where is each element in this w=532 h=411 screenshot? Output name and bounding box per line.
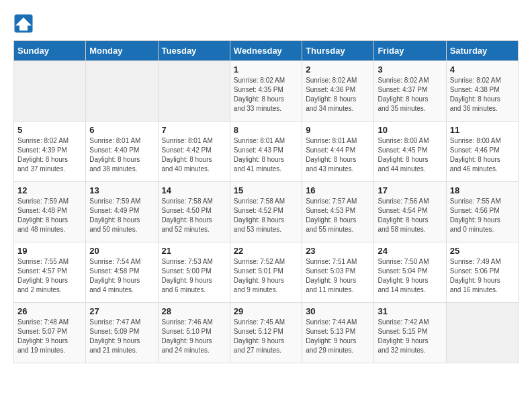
day-number: 27 bbox=[89, 306, 154, 316]
day-cell: 27Sunrise: 7:47 AM Sunset: 5:09 PM Dayli… bbox=[86, 303, 158, 363]
day-info: Sunrise: 7:55 AM Sunset: 4:56 PM Dayligh… bbox=[450, 197, 515, 234]
week-row-2: 5Sunrise: 8:02 AM Sunset: 4:39 PM Daylig… bbox=[14, 122, 519, 182]
day-number: 29 bbox=[234, 306, 298, 316]
day-number: 16 bbox=[306, 185, 370, 195]
day-number: 9 bbox=[306, 125, 370, 135]
day-info: Sunrise: 7:49 AM Sunset: 5:06 PM Dayligh… bbox=[450, 257, 515, 295]
day-cell: 28Sunrise: 7:46 AM Sunset: 5:10 PM Dayli… bbox=[158, 303, 230, 363]
day-number: 7 bbox=[162, 125, 226, 135]
day-number: 28 bbox=[162, 306, 226, 316]
day-info: Sunrise: 8:01 AM Sunset: 4:42 PM Dayligh… bbox=[162, 136, 226, 174]
day-number: 31 bbox=[378, 306, 442, 316]
day-cell: 2Sunrise: 8:02 AM Sunset: 4:36 PM Daylig… bbox=[302, 61, 374, 122]
day-cell: 11Sunrise: 8:00 AM Sunset: 4:46 PM Dayli… bbox=[446, 122, 518, 182]
day-number: 18 bbox=[450, 185, 515, 195]
day-cell: 1Sunrise: 8:02 AM Sunset: 4:35 PM Daylig… bbox=[230, 61, 302, 122]
day-number: 26 bbox=[17, 306, 82, 316]
day-number: 6 bbox=[89, 125, 154, 135]
day-cell: 16Sunrise: 7:57 AM Sunset: 4:53 PM Dayli… bbox=[302, 182, 374, 242]
day-cell bbox=[14, 61, 86, 122]
week-row-1: 1Sunrise: 8:02 AM Sunset: 4:35 PM Daylig… bbox=[14, 61, 519, 122]
logo bbox=[13, 13, 36, 34]
day-number: 13 bbox=[89, 185, 154, 195]
weekday-header-row: SundayMondayTuesdayWednesdayThursdayFrid… bbox=[14, 41, 519, 61]
day-cell: 31Sunrise: 7:42 AM Sunset: 5:15 PM Dayli… bbox=[374, 303, 446, 363]
day-number: 20 bbox=[89, 246, 154, 256]
day-cell: 14Sunrise: 7:58 AM Sunset: 4:50 PM Dayli… bbox=[158, 182, 230, 242]
day-cell: 9Sunrise: 8:01 AM Sunset: 4:44 PM Daylig… bbox=[302, 122, 374, 182]
day-cell: 13Sunrise: 7:59 AM Sunset: 4:49 PM Dayli… bbox=[86, 182, 158, 242]
day-number: 4 bbox=[450, 64, 515, 75]
day-info: Sunrise: 7:52 AM Sunset: 5:01 PM Dayligh… bbox=[234, 257, 298, 295]
day-number: 12 bbox=[17, 185, 82, 195]
day-cell: 22Sunrise: 7:52 AM Sunset: 5:01 PM Dayli… bbox=[230, 242, 302, 303]
day-info: Sunrise: 7:44 AM Sunset: 5:13 PM Dayligh… bbox=[306, 318, 370, 355]
day-number: 17 bbox=[378, 185, 442, 195]
day-cell: 23Sunrise: 7:51 AM Sunset: 5:03 PM Dayli… bbox=[302, 242, 374, 303]
day-cell: 20Sunrise: 7:54 AM Sunset: 4:58 PM Dayli… bbox=[86, 242, 158, 303]
day-cell: 21Sunrise: 7:53 AM Sunset: 5:00 PM Dayli… bbox=[158, 242, 230, 303]
day-number: 30 bbox=[306, 306, 370, 316]
day-number: 23 bbox=[306, 246, 370, 256]
day-cell bbox=[158, 61, 230, 122]
day-cell: 19Sunrise: 7:55 AM Sunset: 4:57 PM Dayli… bbox=[14, 242, 86, 303]
day-cell: 7Sunrise: 8:01 AM Sunset: 4:42 PM Daylig… bbox=[158, 122, 230, 182]
day-info: Sunrise: 7:53 AM Sunset: 5:00 PM Dayligh… bbox=[162, 257, 226, 295]
day-info: Sunrise: 8:00 AM Sunset: 4:45 PM Dayligh… bbox=[378, 136, 442, 174]
day-cell: 18Sunrise: 7:55 AM Sunset: 4:56 PM Dayli… bbox=[446, 182, 518, 242]
page-header bbox=[13, 13, 519, 34]
day-info: Sunrise: 7:58 AM Sunset: 4:50 PM Dayligh… bbox=[162, 197, 226, 234]
logo-icon bbox=[13, 13, 34, 34]
week-row-3: 12Sunrise: 7:59 AM Sunset: 4:48 PM Dayli… bbox=[14, 182, 519, 242]
day-info: Sunrise: 7:46 AM Sunset: 5:10 PM Dayligh… bbox=[162, 318, 226, 355]
day-cell: 30Sunrise: 7:44 AM Sunset: 5:13 PM Dayli… bbox=[302, 303, 374, 363]
day-cell: 4Sunrise: 8:02 AM Sunset: 4:38 PM Daylig… bbox=[446, 61, 518, 122]
day-number: 21 bbox=[162, 246, 226, 256]
day-info: Sunrise: 8:02 AM Sunset: 4:37 PM Dayligh… bbox=[378, 76, 442, 113]
day-cell: 15Sunrise: 7:58 AM Sunset: 4:52 PM Dayli… bbox=[230, 182, 302, 242]
day-number: 3 bbox=[378, 64, 442, 75]
day-cell bbox=[446, 303, 518, 363]
day-info: Sunrise: 8:01 AM Sunset: 4:44 PM Dayligh… bbox=[306, 136, 370, 174]
calendar-table: SundayMondayTuesdayWednesdayThursdayFrid… bbox=[13, 40, 519, 363]
day-cell: 8Sunrise: 8:01 AM Sunset: 4:43 PM Daylig… bbox=[230, 122, 302, 182]
day-info: Sunrise: 8:02 AM Sunset: 4:36 PM Dayligh… bbox=[306, 76, 370, 113]
weekday-header-monday: Monday bbox=[86, 41, 158, 61]
weekday-header-saturday: Saturday bbox=[446, 41, 518, 61]
day-number: 1 bbox=[234, 64, 298, 75]
weekday-header-wednesday: Wednesday bbox=[230, 41, 302, 61]
day-cell: 3Sunrise: 8:02 AM Sunset: 4:37 PM Daylig… bbox=[374, 61, 446, 122]
day-number: 25 bbox=[450, 246, 515, 256]
day-cell: 29Sunrise: 7:45 AM Sunset: 5:12 PM Dayli… bbox=[230, 303, 302, 363]
day-info: Sunrise: 7:59 AM Sunset: 4:49 PM Dayligh… bbox=[89, 197, 154, 234]
weekday-header-friday: Friday bbox=[374, 41, 446, 61]
day-number: 8 bbox=[234, 125, 298, 135]
day-info: Sunrise: 8:01 AM Sunset: 4:40 PM Dayligh… bbox=[89, 136, 154, 174]
weekday-header-thursday: Thursday bbox=[302, 41, 374, 61]
day-number: 14 bbox=[162, 185, 226, 195]
day-cell: 25Sunrise: 7:49 AM Sunset: 5:06 PM Dayli… bbox=[446, 242, 518, 303]
day-cell: 5Sunrise: 8:02 AM Sunset: 4:39 PM Daylig… bbox=[14, 122, 86, 182]
day-number: 19 bbox=[17, 246, 82, 256]
day-number: 15 bbox=[234, 185, 298, 195]
week-row-4: 19Sunrise: 7:55 AM Sunset: 4:57 PM Dayli… bbox=[14, 242, 519, 303]
day-info: Sunrise: 7:57 AM Sunset: 4:53 PM Dayligh… bbox=[306, 197, 370, 234]
day-info: Sunrise: 7:56 AM Sunset: 4:54 PM Dayligh… bbox=[378, 197, 442, 234]
day-info: Sunrise: 7:58 AM Sunset: 4:52 PM Dayligh… bbox=[234, 197, 298, 234]
day-info: Sunrise: 7:42 AM Sunset: 5:15 PM Dayligh… bbox=[378, 318, 442, 355]
day-info: Sunrise: 7:51 AM Sunset: 5:03 PM Dayligh… bbox=[306, 257, 370, 295]
day-cell: 10Sunrise: 8:00 AM Sunset: 4:45 PM Dayli… bbox=[374, 122, 446, 182]
day-info: Sunrise: 8:01 AM Sunset: 4:43 PM Dayligh… bbox=[234, 136, 298, 174]
day-cell: 6Sunrise: 8:01 AM Sunset: 4:40 PM Daylig… bbox=[86, 122, 158, 182]
week-row-5: 26Sunrise: 7:48 AM Sunset: 5:07 PM Dayli… bbox=[14, 303, 519, 363]
weekday-header-tuesday: Tuesday bbox=[158, 41, 230, 61]
day-number: 24 bbox=[378, 246, 442, 256]
day-info: Sunrise: 8:02 AM Sunset: 4:38 PM Dayligh… bbox=[450, 76, 515, 113]
weekday-header-sunday: Sunday bbox=[14, 41, 86, 61]
day-info: Sunrise: 7:55 AM Sunset: 4:57 PM Dayligh… bbox=[17, 257, 82, 295]
day-number: 2 bbox=[306, 64, 370, 75]
day-cell: 26Sunrise: 7:48 AM Sunset: 5:07 PM Dayli… bbox=[14, 303, 86, 363]
day-cell bbox=[86, 61, 158, 122]
day-info: Sunrise: 7:59 AM Sunset: 4:48 PM Dayligh… bbox=[17, 197, 82, 234]
day-cell: 24Sunrise: 7:50 AM Sunset: 5:04 PM Dayli… bbox=[374, 242, 446, 303]
